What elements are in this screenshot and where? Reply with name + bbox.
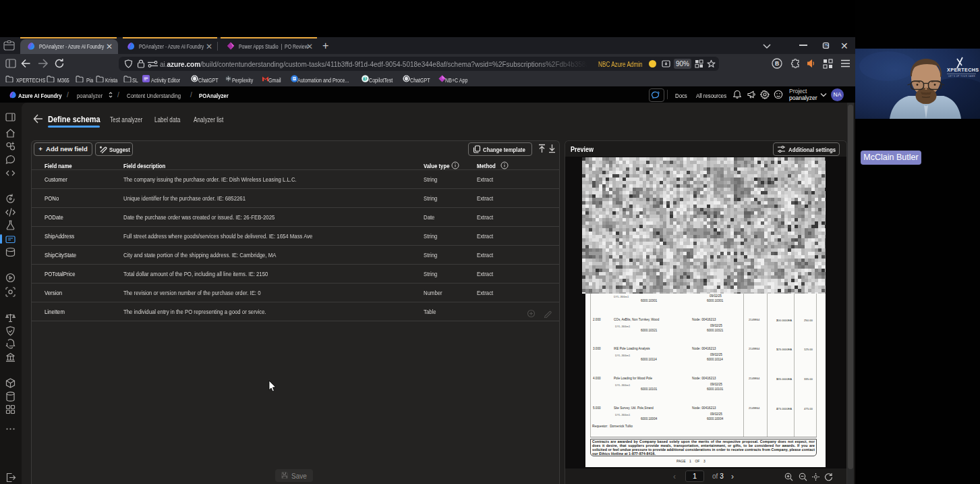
svg-text:S: S [364, 77, 366, 80]
svg-text:B: B [775, 60, 779, 67]
svg-text:XPERTECHS: XPERTECHS [947, 67, 979, 73]
svg-text:LET’S UP YOUR GAME: LET’S UP YOUR GAME [948, 75, 975, 78]
